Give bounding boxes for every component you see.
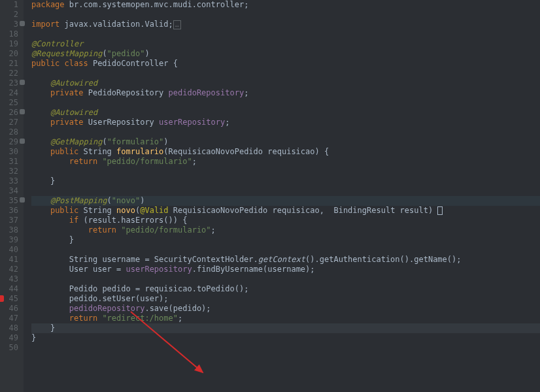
- code-area[interactable]: package br.com.systemopen.mvc.mudi.contr…: [24, 0, 540, 392]
- token-str: "pedido/formulario": [121, 225, 211, 235]
- code-line[interactable]: import javax.validation.Valid;…: [31, 20, 540, 29]
- token-punc: ()) {: [163, 216, 187, 225]
- token-punc: ;: [225, 118, 229, 127]
- code-line[interactable]: }: [31, 333, 540, 343]
- code-line[interactable]: @Controller: [31, 39, 540, 49]
- token-field: pedidoRepository: [69, 304, 145, 313]
- token-punc: (: [102, 49, 107, 58]
- code-line[interactable]: [31, 98, 540, 108]
- fold-marker-icon[interactable]: [20, 197, 25, 203]
- code-line[interactable]: [31, 186, 540, 196]
- token-pkg: javax.validation.Valid: [59, 20, 168, 29]
- token-kw: private: [50, 88, 88, 97]
- code-line[interactable]: public String fomrulario(RequisicaoNovoP…: [31, 147, 540, 157]
- token-punc: {: [169, 59, 178, 68]
- token-punc: (username);: [263, 265, 314, 274]
- code-line[interactable]: [31, 10, 540, 20]
- line-number: 37: [0, 216, 18, 225]
- token-punc: ();: [235, 284, 249, 293]
- token-static-call: getContext: [258, 255, 305, 264]
- code-line[interactable]: [31, 167, 540, 176]
- token-punc: ): [163, 137, 168, 146]
- line-number: 27: [0, 118, 18, 127]
- token-kw: return: [69, 157, 103, 166]
- token-punc: =: [112, 265, 126, 274]
- token-punc: ();: [447, 255, 462, 264]
- token-kw: import: [31, 20, 59, 29]
- code-line[interactable]: pedido.setUser(user);: [31, 294, 540, 304]
- token-param: result: [400, 206, 428, 215]
- code-line[interactable]: String username = SecurityContextHolder.…: [31, 255, 540, 265]
- code-line[interactable]: @GetMapping("formulario"): [31, 137, 540, 147]
- token-call: findByUsername: [197, 265, 263, 274]
- line-number: 36: [0, 206, 18, 216]
- code-line[interactable]: private UserRepository userRepository;: [31, 118, 540, 127]
- line-number: 41: [0, 255, 18, 265]
- code-line[interactable]: public class PedidoController {: [31, 59, 540, 69]
- code-line[interactable]: return "redirect:/home";: [31, 314, 540, 323]
- code-line[interactable]: }: [31, 235, 540, 245]
- code-line[interactable]: [31, 29, 540, 39]
- token-punc: }: [69, 235, 74, 244]
- code-line[interactable]: [31, 69, 540, 78]
- line-number: 2: [0, 10, 18, 20]
- code-line[interactable]: @RequestMapping("pedido"): [31, 49, 540, 59]
- token-punc: ;: [244, 0, 248, 9]
- token-kw: return: [88, 225, 122, 235]
- fold-marker-icon[interactable]: [20, 109, 25, 114]
- fold-marker-icon[interactable]: [20, 80, 25, 85]
- code-line[interactable]: Pedido pedido = requisicao.toPedido();: [31, 284, 540, 294]
- token-var: username: [102, 255, 140, 264]
- code-line[interactable]: }: [31, 323, 540, 333]
- code-line[interactable]: [31, 127, 540, 137]
- fold-marker-icon[interactable]: [20, 139, 25, 144]
- code-line[interactable]: @PostMapping("novo"): [31, 196, 540, 206]
- token-punc: ): [140, 196, 144, 205]
- token-type: PedidoRepository: [88, 88, 169, 97]
- token-punc: ;: [211, 225, 216, 235]
- code-line[interactable]: }: [31, 176, 540, 186]
- line-number: 32: [0, 167, 18, 176]
- fold-marker-icon[interactable]: [20, 21, 25, 26]
- token-anno-it: @Controller: [31, 39, 83, 48]
- code-line[interactable]: return "pedido/formulario";: [31, 157, 540, 167]
- code-line[interactable]: pedidoRepository.save(pedido);: [31, 304, 540, 314]
- token-call: setUser: [102, 294, 135, 303]
- line-number: 42: [0, 265, 18, 274]
- code-line[interactable]: [31, 245, 540, 255]
- line-number: 44: [0, 284, 18, 294]
- token-param: requisicao: [273, 206, 320, 215]
- code-line[interactable]: User user = userRepository.findByUsernam…: [31, 265, 540, 274]
- line-number: 20: [0, 49, 18, 59]
- token-kw: public: [50, 206, 84, 215]
- code-line[interactable]: private PedidoRepository pedidoRepositor…: [31, 88, 540, 98]
- token-pkg: br.com.systemopen.mvc.mudi.controller: [65, 0, 245, 9]
- token-punc: ().: [400, 255, 414, 264]
- token-punc: }: [31, 333, 36, 342]
- code-line[interactable]: return "pedido/formulario";: [31, 225, 540, 235]
- token-str: "formulario": [107, 137, 164, 146]
- code-editor[interactable]: 1231819202122232425262728293031323334353…: [0, 0, 540, 392]
- folded-indicator-icon[interactable]: …: [173, 20, 181, 29]
- token-call: toPedido: [197, 284, 235, 293]
- line-number: 43: [0, 274, 18, 284]
- token-punc: }: [50, 176, 55, 186]
- code-line[interactable]: [31, 343, 540, 353]
- token-kw: package: [31, 0, 65, 9]
- token-punc: (pedido);: [169, 304, 211, 313]
- token-call: save: [150, 304, 169, 313]
- code-line[interactable]: @Autowired: [31, 108, 540, 118]
- code-line[interactable]: if (result.hasErrors()) {: [31, 216, 540, 225]
- code-line[interactable]: package br.com.systemopen.mvc.mudi.contr…: [31, 0, 540, 10]
- token-punc: ;: [178, 314, 182, 323]
- code-line[interactable]: @Autowired: [31, 78, 540, 88]
- token-kw: public class: [31, 59, 93, 68]
- line-number: 49: [0, 333, 18, 343]
- token-anno-it: @RequestMapping: [31, 49, 102, 58]
- line-number: 50: [0, 343, 18, 353]
- token-type: String: [83, 206, 116, 215]
- token-cls-def: PedidoController: [93, 59, 169, 68]
- code-line[interactable]: [31, 274, 540, 284]
- token-str: "pedido/formulario": [102, 157, 192, 166]
- code-line[interactable]: public String novo(@Valid RequisicaoNovo…: [31, 206, 540, 216]
